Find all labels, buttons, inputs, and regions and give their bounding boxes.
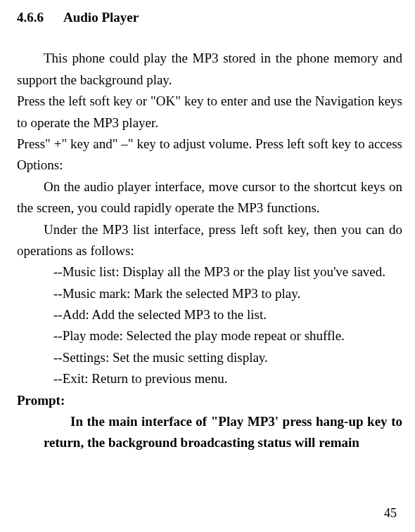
paragraph-shortcut: On the audio player interface, move curs… xyxy=(17,176,402,219)
prompt-text: In the main interface of "Play MP3' pres… xyxy=(17,411,402,454)
section-title: Audio Player xyxy=(63,10,139,25)
prompt-label: Prompt: xyxy=(17,390,402,411)
list-item-music-mark: --Music mark: Mark the selected MP3 to p… xyxy=(17,283,402,304)
list-item-settings: --Settings: Set the music setting displa… xyxy=(17,347,402,368)
paragraph-intro: This phone could play the MP3 stored in … xyxy=(17,48,402,91)
list-item-exit: --Exit: Return to previous menu. xyxy=(17,368,402,389)
list-item-play-mode: --Play mode: Selected the play mode repe… xyxy=(17,325,402,346)
list-item-add: --Add: Add the selected MP3 to the list. xyxy=(17,304,402,325)
list-item-music-list: --Music list: Display all the MP3 or the… xyxy=(17,261,402,283)
paragraph-volume: Press" +" key and" –" key to adjust volu… xyxy=(17,134,402,176)
paragraph-ok-key: Press the left soft key or "OK" key to e… xyxy=(17,91,402,134)
paragraph-operations: Under the MP3 list interface, press left… xyxy=(17,219,402,262)
page-number: 45 xyxy=(384,503,397,524)
section-number: 4.6.6 xyxy=(17,7,44,28)
section-heading: 4.6.6Audio Player xyxy=(17,7,402,28)
